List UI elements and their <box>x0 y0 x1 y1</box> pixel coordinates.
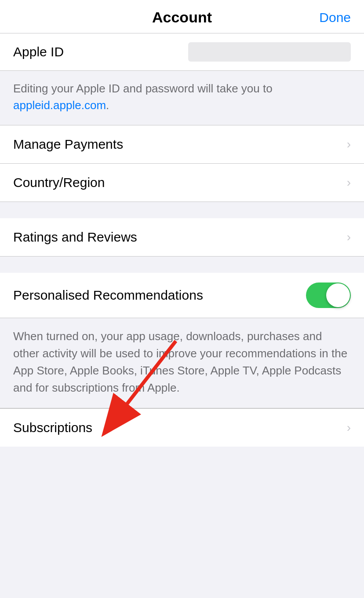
apple-id-input[interactable] <box>188 42 351 62</box>
spacer-2 <box>0 256 364 273</box>
ratings-reviews-row[interactable]: Ratings and Reviews › <box>0 218 364 256</box>
ratings-group: Ratings and Reviews › <box>0 218 364 256</box>
manage-payments-chevron: › <box>347 137 351 151</box>
description-section: When turned on, your app usage, download… <box>0 318 364 408</box>
spacer-1 <box>0 202 364 218</box>
subscriptions-chevron: › <box>347 421 351 435</box>
subscriptions-row[interactable]: Subscriptions › <box>0 408 364 447</box>
apple-id-row: Apple ID <box>0 33 364 71</box>
toggle-knob <box>326 283 350 307</box>
info-text: Editing your Apple ID and password will … <box>13 82 273 112</box>
info-text-before: Editing your Apple ID and password will … <box>13 82 273 95</box>
ratings-reviews-label: Ratings and Reviews <box>13 230 137 245</box>
country-region-label: Country/Region <box>13 175 105 190</box>
ratings-reviews-chevron: › <box>347 230 351 244</box>
page-title: Account <box>152 9 212 26</box>
country-region-chevron: › <box>347 176 351 190</box>
personalised-recommendations-row: Personalised Recommendations <box>0 273 364 318</box>
personalised-recommendations-label: Personalised Recommendations <box>13 288 203 303</box>
description-text: When turned on, your app usage, download… <box>13 330 347 394</box>
personalised-recommendations-toggle[interactable] <box>306 282 351 308</box>
appleid-link[interactable]: appleid.apple.com <box>13 99 106 112</box>
manage-payments-row[interactable]: Manage Payments › <box>0 125 364 164</box>
manage-payments-label: Manage Payments <box>13 137 123 152</box>
header: Account Done <box>0 0 364 33</box>
page-container: Account Done Apple ID Editing your Apple… <box>0 0 364 598</box>
country-region-row[interactable]: Country/Region › <box>0 164 364 202</box>
done-button[interactable]: Done <box>319 10 351 25</box>
info-text-section: Editing your Apple ID and password will … <box>0 71 364 125</box>
subscriptions-container: Subscriptions › <box>0 408 364 447</box>
subscriptions-label: Subscriptions <box>13 420 92 435</box>
payments-region-group: Manage Payments › Country/Region › <box>0 125 364 202</box>
apple-id-label: Apple ID <box>13 44 64 59</box>
info-text-after: . <box>106 99 109 112</box>
